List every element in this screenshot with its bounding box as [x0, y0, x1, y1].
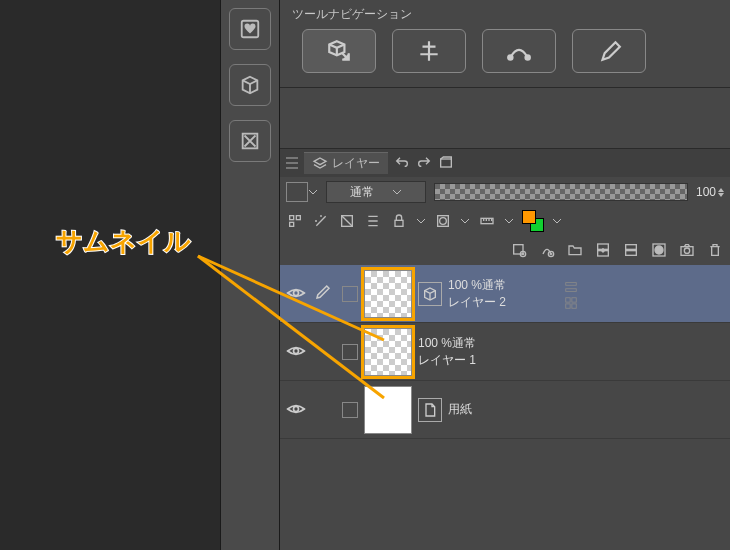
chevron-down-icon [392, 187, 402, 197]
layer-info: 100 %通常 [418, 335, 476, 352]
svg-rect-18 [626, 245, 637, 250]
svg-point-30 [294, 290, 299, 295]
wand-icon[interactable] [312, 212, 330, 230]
blend-mode-label: 通常 [350, 184, 374, 201]
layers-icon [312, 156, 328, 172]
layer-panel: レイヤー 通常 100 [280, 148, 730, 439]
layer-name: レイヤー 2 [448, 294, 506, 311]
cube-icon [239, 74, 261, 96]
annotation-label: サムネイル [56, 224, 191, 259]
material-button[interactable] [229, 120, 271, 162]
opacity-slider[interactable] [434, 183, 688, 201]
svg-rect-13 [514, 245, 523, 254]
eye-icon [286, 399, 306, 419]
x-box-icon [239, 130, 261, 152]
chevron-down-icon[interactable] [460, 216, 470, 226]
svg-rect-5 [290, 216, 294, 220]
mask-icon[interactable] [434, 212, 452, 230]
ruler-icon[interactable] [478, 212, 496, 230]
tool-nav-title: ツールナビゲーション [292, 6, 718, 23]
eye-icon [286, 283, 306, 303]
color-swatch-dropdown[interactable] [286, 182, 318, 202]
cube-cursor-icon [326, 38, 352, 64]
new-raster-layer-icon[interactable] [510, 241, 528, 259]
heart-icon [239, 18, 261, 40]
svg-rect-29 [572, 304, 576, 308]
layer-thumbnail[interactable] [364, 270, 412, 318]
mask-circle-icon[interactable] [650, 241, 668, 259]
tool-sidebar [220, 0, 280, 550]
visibility-toggle[interactable] [286, 399, 308, 421]
palette-icon[interactable] [286, 212, 304, 230]
svg-rect-24 [566, 283, 577, 286]
favorite-button[interactable] [229, 8, 271, 50]
action-icon[interactable] [438, 155, 454, 171]
opacity-value[interactable]: 100 [696, 185, 724, 199]
redo-icon[interactable] [416, 155, 432, 171]
panel-grip-icon[interactable] [286, 156, 298, 170]
merge-down-icon[interactable] [622, 241, 640, 259]
perspective-icon [416, 38, 442, 64]
svg-point-2 [508, 55, 512, 59]
opacity-spinner[interactable] [718, 188, 724, 197]
undo-icon[interactable] [394, 155, 410, 171]
tool-curve[interactable] [482, 29, 556, 73]
svg-point-31 [294, 348, 299, 353]
layer-row[interactable]: 用紙 [280, 381, 730, 439]
layer-name: 用紙 [448, 401, 472, 418]
chevron-down-icon[interactable] [416, 216, 426, 226]
layer-row[interactable]: 100 %通常 レイヤー 2 [280, 265, 730, 323]
blend-row: 通常 100 [280, 177, 730, 207]
curve-icon [506, 38, 532, 64]
list-view-icon[interactable] [564, 280, 578, 294]
layer-checkbox[interactable] [342, 402, 358, 418]
visibility-toggle[interactable] [286, 341, 308, 363]
trash-icon[interactable] [706, 241, 724, 259]
camera-icon[interactable] [678, 241, 696, 259]
paper-icon [418, 398, 442, 422]
eye-icon [286, 341, 306, 361]
blend-mode-select[interactable]: 通常 [326, 181, 426, 203]
layer-checkbox[interactable] [342, 344, 358, 360]
svg-rect-6 [296, 216, 300, 220]
transfer-down-icon[interactable] [594, 241, 612, 259]
new-folder-icon[interactable] [566, 241, 584, 259]
svg-rect-7 [290, 222, 294, 226]
svg-rect-4 [441, 159, 452, 167]
svg-point-21 [655, 246, 663, 254]
lock-icon[interactable] [390, 212, 408, 230]
brush-icon [596, 38, 622, 64]
new-vector-layer-icon[interactable] [538, 241, 556, 259]
tile-view-icon[interactable] [564, 296, 578, 310]
layer-info: 100 %通常 [448, 277, 506, 294]
tool-brush[interactable] [572, 29, 646, 73]
layer-row[interactable]: 100 %通常 レイヤー 1 [280, 323, 730, 381]
svg-rect-19 [626, 251, 637, 256]
tool-object[interactable] [302, 29, 376, 73]
visibility-toggle[interactable] [286, 283, 308, 305]
swatch-icon [286, 182, 308, 202]
draft-icon[interactable] [364, 212, 382, 230]
chevron-down-icon [308, 187, 318, 197]
layer-list: 100 %通常 レイヤー 2 100 %通常 レイヤー 1 [280, 265, 730, 439]
layer-name: レイヤー 1 [418, 352, 476, 369]
svg-rect-27 [572, 298, 576, 302]
edit-icon [314, 283, 336, 305]
chevron-down-icon[interactable] [552, 216, 562, 226]
color-swatch[interactable] [522, 210, 544, 232]
layer-checkbox[interactable] [342, 286, 358, 302]
svg-point-32 [294, 406, 299, 411]
right-pane: ツールナビゲーション レイヤー 通常 [280, 0, 730, 550]
layer-thumbnail[interactable] [364, 386, 412, 434]
svg-rect-9 [395, 220, 403, 226]
svg-point-11 [440, 218, 447, 225]
layer-tab[interactable]: レイヤー [304, 152, 388, 174]
svg-point-3 [526, 55, 530, 59]
layer-tab-label: レイヤー [332, 155, 380, 172]
object-button[interactable] [229, 64, 271, 106]
layer-type-icon [418, 282, 442, 306]
layer-thumbnail[interactable] [364, 328, 412, 376]
ref-icon[interactable] [338, 212, 356, 230]
tool-perspective[interactable] [392, 29, 466, 73]
chevron-down-icon[interactable] [504, 216, 514, 226]
